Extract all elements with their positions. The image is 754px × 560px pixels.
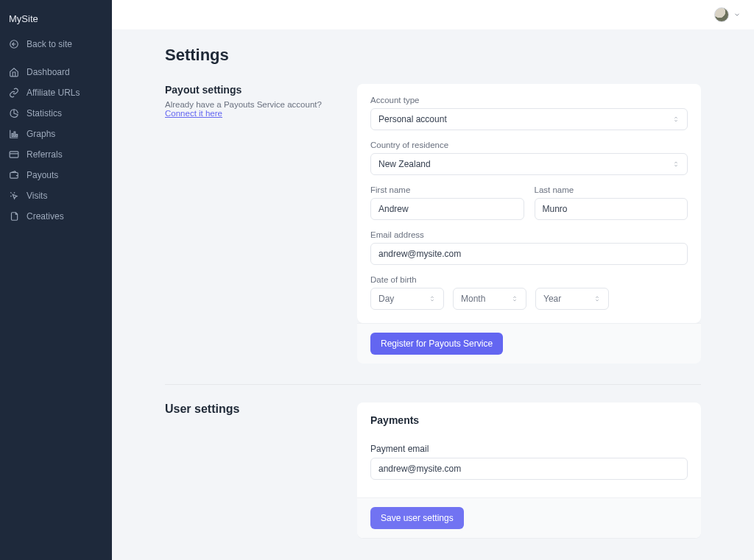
page-title: Settings [165,46,701,65]
sidebar-item-graphs[interactable]: Graphs [0,124,112,143]
last-name-input[interactable] [535,198,688,220]
section-side: Payout settings Already have a Payouts S… [165,84,345,118]
last-name-label: Last name [535,185,688,194]
chevron-down-icon[interactable] [733,11,741,18]
svg-rect-2 [14,132,15,136]
first-name-label: First name [370,185,524,194]
dob-year-select[interactable]: Year [535,288,609,310]
account-type-select[interactable]: Personal account [370,108,688,130]
sidebar-item-payouts[interactable]: Payouts [0,166,112,185]
sidebar-item-creatives[interactable]: Creatives [0,207,112,226]
nav-label: Affiliate URLs [27,88,80,98]
svg-rect-3 [16,135,18,137]
bar-chart-icon [9,129,19,139]
home-icon [9,67,19,77]
payments-title: Payments [357,403,701,432]
svg-rect-1 [12,133,13,136]
dob-day-select[interactable]: Day [370,288,444,310]
payout-footer: Register for Payouts Service [357,323,701,364]
chevron-up-down-icon [593,294,601,303]
dob-label: Date of birth [370,275,688,284]
select-value: New Zealand [378,159,431,169]
select-value: Year [543,294,561,304]
connect-link[interactable]: Connect it here [165,109,222,118]
sidebar-item-referrals[interactable]: Referrals [0,145,112,164]
chevron-up-down-icon [429,294,436,303]
sidebar-item-statistics[interactable]: Statistics [0,104,112,123]
dob-month-select[interactable]: Month [453,288,526,310]
nav-label: Payouts [27,170,58,180]
select-value: Month [461,294,485,304]
svg-rect-4 [10,152,18,157]
first-name-input[interactable] [370,198,524,220]
register-button[interactable]: Register for Payouts Service [370,333,503,355]
user-settings-section: User settings Payments Payment email Sav… [165,403,701,559]
pie-chart-icon [9,108,19,118]
main-area: Settings Payout settings Already have a … [112,0,754,560]
nav-label: Statistics [27,108,62,118]
nav-label: Dashboard [27,67,70,77]
email-label: Email address [370,230,688,239]
country-select[interactable]: New Zealand [370,153,688,175]
payment-email-label: Payment email [370,444,688,454]
nav-label: Back to site [27,39,72,49]
chevron-up-down-icon [511,294,518,303]
sidebar-item-dashboard[interactable]: Dashboard [0,63,112,82]
cursor-click-icon [9,191,19,201]
sidebar-item-affiliate-urls[interactable]: Affiliate URLs [0,83,112,102]
files-icon [9,211,19,221]
section-side: User settings [165,403,345,420]
back-to-site[interactable]: Back to site [0,35,112,54]
nav-label: Visits [27,191,47,201]
sidebar: MySite Back to site Dashboard Affiliate … [0,0,112,560]
save-user-settings-button[interactable]: Save user settings [370,507,464,529]
avatar[interactable] [714,7,729,22]
country-label: Country of residence [370,141,688,149]
dob-row: Day Month Year [370,288,688,310]
sidebar-item-visits[interactable]: Visits [0,186,112,205]
payout-settings-section: Payout settings Already have a Payouts S… [165,84,701,385]
user-heading: User settings [165,403,345,416]
email-input[interactable] [370,243,688,265]
credit-card-icon [9,149,19,160]
nav-label: Graphs [27,129,55,139]
topbar [112,0,754,29]
payout-card-wrapper: Account type Personal account Country of… [357,84,701,364]
link-icon [9,88,19,98]
already-have-account: Already have a Payouts Service account? … [165,100,345,118]
chevron-up-down-icon [672,160,680,169]
select-value: Personal account [378,114,447,124]
user-footer: Save user settings [357,497,701,538]
account-type-label: Account type [370,96,688,104]
payout-card: Account type Personal account Country of… [357,84,701,323]
nav-label: Creatives [27,211,64,221]
nav-group: Dashboard Affiliate URLs Statistics Grap… [0,63,112,226]
payout-heading: Payout settings [165,84,345,96]
arrow-left-circle-icon [9,39,19,49]
wallet-icon [9,170,19,180]
select-value: Day [378,294,394,304]
chevron-up-down-icon [672,115,680,124]
page-content: Settings Payout settings Already have a … [112,29,754,560]
nav-label: Referrals [27,149,63,160]
payment-email-input[interactable] [370,458,688,480]
user-card: Payments Payment email Save user setting… [357,403,701,538]
site-name: MySite [0,10,112,35]
